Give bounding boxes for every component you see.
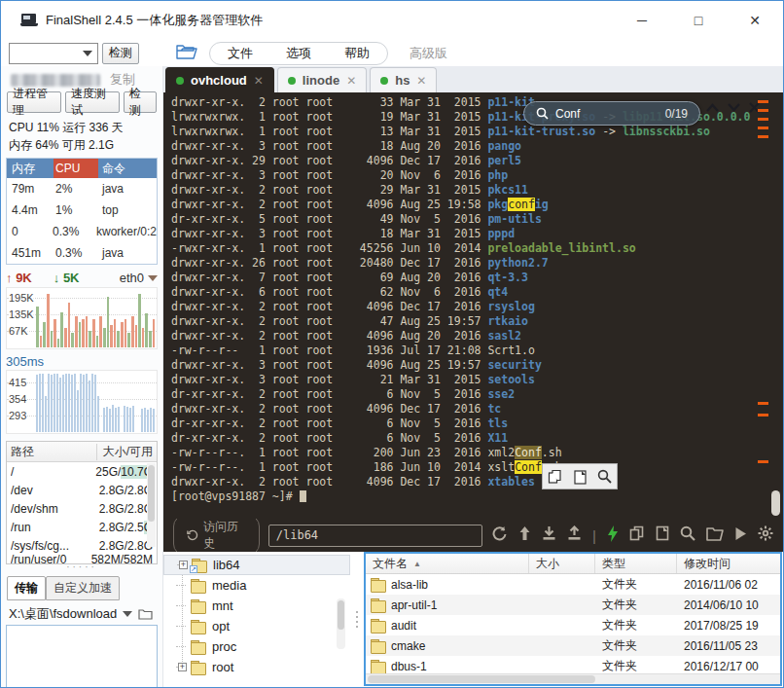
tree-item-opt[interactable]: opt (163, 616, 350, 636)
chevron-down-icon[interactable] (123, 611, 132, 617)
detect-side-button[interactable]: 检测 (124, 91, 157, 113)
file-table[interactable]: 文件名▲ 大小 类型 修改时间 alsa-lib文件夹2016/11/06 02… (364, 552, 782, 686)
tree-table-splitter[interactable] (350, 552, 364, 687)
tree-item-mnt[interactable]: mnt (163, 596, 350, 616)
table-row[interactable]: apr-util-1文件夹2014/06/10 10 (366, 595, 780, 615)
tree-item-root[interactable]: +root (163, 657, 350, 677)
terminal-tab-linode[interactable]: linode✕ (277, 67, 367, 92)
col-filename[interactable]: 文件名▲ (366, 554, 529, 573)
col-type[interactable]: 类型 (595, 554, 677, 573)
tree-item-lib64[interactable]: +↗lib64 (163, 555, 350, 575)
paste-icon[interactable] (573, 469, 588, 485)
search-icon[interactable] (597, 469, 612, 484)
terminal[interactable]: drwxr-xr-x. 2 root root 33 Mar 31 2015 p… (163, 92, 783, 519)
minimize-button[interactable]: ─ (614, 1, 670, 40)
copy-icon[interactable] (548, 469, 563, 485)
host-select-dropdown[interactable] (9, 43, 98, 64)
col-path[interactable]: 路径 (11, 444, 96, 460)
process-row[interactable]: 4.4m1%top (7, 199, 157, 221)
ping-bar (42, 374, 44, 432)
download-bar (117, 331, 120, 347)
process-table[interactable]: 内存 CPU 命令 79m2%java4.4m1%top00.3%kworker… (6, 158, 158, 265)
download-rate: ↓ 5K (53, 271, 80, 285)
remote-path-input[interactable] (268, 525, 482, 547)
search-prev-icon[interactable] (706, 103, 719, 112)
up-icon[interactable] (518, 525, 531, 545)
terminal-tab-label: linode (303, 73, 339, 88)
close-button[interactable]: ✕ (727, 1, 783, 40)
col-size[interactable]: 大小 (529, 554, 595, 573)
process-row[interactable]: 79m2%java (7, 178, 157, 199)
disk-row[interactable]: /25G/10.7G (7, 462, 157, 481)
process-row[interactable]: 451m0.3%java (7, 242, 157, 264)
folder-icon (191, 661, 205, 673)
open-folder-icon[interactable] (138, 608, 153, 620)
menu-file[interactable]: 文件 (228, 45, 253, 62)
search-icon[interactable] (680, 525, 695, 545)
col-size-free[interactable]: 大小/可用 (96, 444, 153, 460)
tree-item-proc[interactable]: proc (163, 636, 350, 657)
process-manager-button[interactable]: 进程管理 (7, 91, 61, 113)
col-command[interactable]: 命令 (98, 159, 157, 178)
tree-scrollbar[interactable] (337, 598, 345, 649)
connections-folder-icon[interactable] (176, 43, 197, 63)
process-table-header[interactable]: 内存 CPU 命令 (7, 159, 157, 178)
terminal-search-box[interactable]: Conf 0/19 (523, 101, 700, 126)
disk-table[interactable]: 路径 大小/可用 /25G/10.7G/dev2.8G/2.8G/dev/shm… (6, 441, 158, 564)
boost-icon[interactable] (607, 525, 619, 546)
paste-icon[interactable] (656, 525, 669, 545)
process-row[interactable]: 00.3%kworker/0:2 (7, 221, 157, 242)
col-mtime[interactable]: 修改时间 (677, 554, 780, 573)
tab-close-icon[interactable]: ✕ (346, 74, 356, 88)
table-row[interactable]: cmake文件夹2016/11/05 23 (366, 635, 780, 656)
menu-options[interactable]: 选项 (286, 45, 311, 62)
disk-scrollbar[interactable] (147, 463, 156, 547)
disk-row[interactable]: /dev/shm2.8G/2.8G (7, 499, 157, 518)
tree-item-media[interactable]: media (163, 575, 350, 596)
disk-row[interactable]: /run/user/0582M/582M (7, 555, 157, 563)
table-row[interactable]: alsa-lib文件夹2016/11/06 02 (366, 574, 780, 595)
download-icon[interactable] (542, 525, 556, 545)
interface-select[interactable]: eth0 (120, 271, 158, 285)
ping-bar (89, 380, 90, 432)
tab-custom-acceleration[interactable]: 自定义加速 (46, 576, 120, 600)
terminal-tab-ovhcloud[interactable]: ovhcloud✕ (165, 67, 274, 92)
search-icon (536, 107, 549, 120)
titlebar: FinalShell 2.4.5 一体化服务器管理软件 ─ □ ✕ (1, 1, 783, 40)
sidebar: 复制 进程管理 速度测试 检测 CPU 11% 运行 336 天 内存 64% … (1, 66, 163, 687)
terminal-scrollbar[interactable] (770, 92, 781, 519)
tab-transfer[interactable]: 传输 (7, 576, 46, 600)
menu-help[interactable]: 帮助 (344, 45, 370, 62)
detect-button[interactable]: 检测 (102, 43, 139, 64)
terminal-tab-hs[interactable]: hs✕ (370, 67, 437, 92)
col-cpu[interactable]: CPU (53, 159, 98, 178)
tab-close-icon[interactable]: ✕ (254, 74, 264, 88)
maximize-button[interactable]: □ (670, 1, 727, 40)
run-icon[interactable] (734, 526, 747, 545)
disk-row[interactable]: /run2.8G/2.5G (7, 518, 157, 536)
expander-icon[interactable]: + (178, 663, 187, 671)
disk-row[interactable]: /dev2.8G/2.8G (7, 481, 157, 499)
tab-close-icon[interactable]: ✕ (416, 74, 426, 88)
search-next-icon[interactable] (728, 103, 740, 112)
sidebar-splitter[interactable]: ····· (1, 564, 162, 572)
settings-icon[interactable] (758, 525, 773, 545)
table-row[interactable]: audit文件夹2017/08/25 19 (366, 615, 780, 635)
transfer-list[interactable] (6, 625, 158, 687)
axis-tick-label: 415 (9, 377, 26, 388)
col-memory[interactable]: 内存 (7, 159, 53, 178)
folder-icon (371, 639, 385, 652)
upload-bar (92, 319, 95, 347)
terminal-line: -rw-r--r-- 1 root root 1936 Jul 17 21:08… (163, 344, 783, 358)
folder-icon[interactable] (706, 526, 724, 545)
expander-icon[interactable]: + (179, 561, 188, 569)
copy-icon[interactable] (629, 525, 645, 545)
upload-icon[interactable] (567, 525, 582, 545)
file-table-hscrollbar[interactable] (366, 673, 780, 684)
refresh-icon[interactable] (491, 525, 508, 545)
history-button[interactable]: 访问历史 (173, 515, 260, 556)
search-query[interactable]: Conf (555, 107, 659, 121)
disk-row[interactable]: /sys/fs/cg...2.8G/2.8G (7, 536, 157, 555)
speed-test-button[interactable]: 速度测试 (65, 91, 120, 113)
disk-size-free: 25G/10.7G (95, 465, 153, 479)
